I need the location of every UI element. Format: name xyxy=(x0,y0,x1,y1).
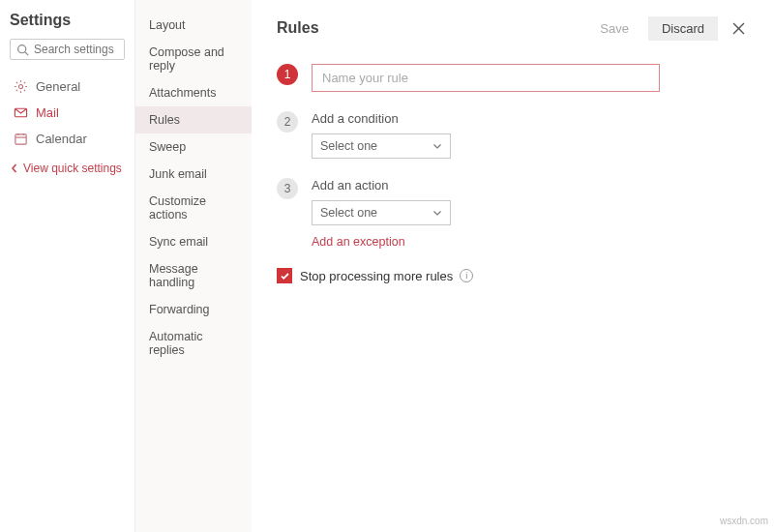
sub-msghandling[interactable]: Message handling xyxy=(135,255,252,296)
checkmark-icon xyxy=(280,271,290,281)
sidebar-item-general[interactable]: General xyxy=(10,74,125,100)
chevron-down-icon xyxy=(432,141,442,151)
stop-processing-checkbox[interactable] xyxy=(277,268,292,283)
sub-rules[interactable]: Rules xyxy=(135,106,252,133)
step-3: 3 Add an action Select one Add an except… xyxy=(277,178,753,249)
search-input[interactable] xyxy=(34,43,118,56)
sidebar-label-calendar: Calendar xyxy=(36,132,87,146)
sub-junk[interactable]: Junk email xyxy=(135,161,252,188)
step-1: 1 xyxy=(277,64,753,92)
svg-point-0 xyxy=(18,44,26,52)
sub-customize[interactable]: Customize actions xyxy=(135,188,252,228)
chevron-down-icon xyxy=(432,208,442,218)
view-quick-settings-link[interactable]: View quick settings xyxy=(10,162,125,175)
step-2-label: Add a condition xyxy=(312,111,753,126)
step-badge-1: 1 xyxy=(277,64,298,85)
rule-name-input[interactable] xyxy=(312,64,660,92)
action-select[interactable]: Select one xyxy=(312,200,451,225)
step-2: 2 Add a condition Select one xyxy=(277,111,753,159)
sub-forwarding[interactable]: Forwarding xyxy=(135,296,252,323)
calendar-icon xyxy=(14,132,28,146)
close-icon xyxy=(732,22,745,35)
add-exception-link[interactable]: Add an exception xyxy=(312,235,753,249)
svg-point-2 xyxy=(18,84,22,88)
step-badge-3: 3 xyxy=(277,178,298,199)
sub-attachments[interactable]: Attachments xyxy=(135,79,252,106)
sub-autoreplies[interactable]: Automatic replies xyxy=(135,323,252,364)
condition-select-value: Select one xyxy=(320,139,377,153)
svg-rect-4 xyxy=(15,134,26,144)
sub-layout[interactable]: Layout xyxy=(135,12,252,39)
sidebar-label-mail: Mail xyxy=(36,105,59,120)
svg-line-1 xyxy=(25,51,28,54)
watermark: wsxdn.com xyxy=(720,516,768,526)
condition-select[interactable]: Select one xyxy=(312,133,451,159)
info-icon[interactable]: i xyxy=(460,269,473,282)
close-button[interactable] xyxy=(724,14,753,43)
sub-sweep[interactable]: Sweep xyxy=(135,133,252,161)
action-select-value: Select one xyxy=(320,206,377,220)
sub-compose[interactable]: Compose and reply xyxy=(135,39,252,79)
search-icon xyxy=(16,44,29,56)
page-title: Rules xyxy=(277,19,580,37)
sidebar-label-general: General xyxy=(36,79,80,94)
mail-icon xyxy=(14,105,28,120)
settings-sidebar: Settings General Mail Calendar View quic… xyxy=(0,0,135,532)
sidebar-item-mail[interactable]: Mail xyxy=(10,100,125,126)
save-button[interactable]: Save xyxy=(586,16,642,41)
step-badge-2: 2 xyxy=(277,111,298,133)
search-container[interactable] xyxy=(10,39,125,60)
sub-sync[interactable]: Sync email xyxy=(135,228,252,255)
chevron-left-icon xyxy=(10,163,19,173)
stop-processing-label: Stop processing more rules xyxy=(300,269,453,283)
sidebar-item-calendar[interactable]: Calendar xyxy=(10,126,125,152)
submenu: Layout Compose and reply Attachments Rul… xyxy=(135,0,252,532)
step-3-label: Add an action xyxy=(312,178,753,192)
stop-processing-row: Stop processing more rules i xyxy=(277,268,753,283)
settings-title: Settings xyxy=(10,12,125,29)
main-content: Rules Save Discard 1 2 Add a condition S… xyxy=(252,0,774,532)
gear-icon xyxy=(14,79,28,94)
quick-settings-label: View quick settings xyxy=(23,162,122,175)
discard-button[interactable]: Discard xyxy=(648,16,718,41)
